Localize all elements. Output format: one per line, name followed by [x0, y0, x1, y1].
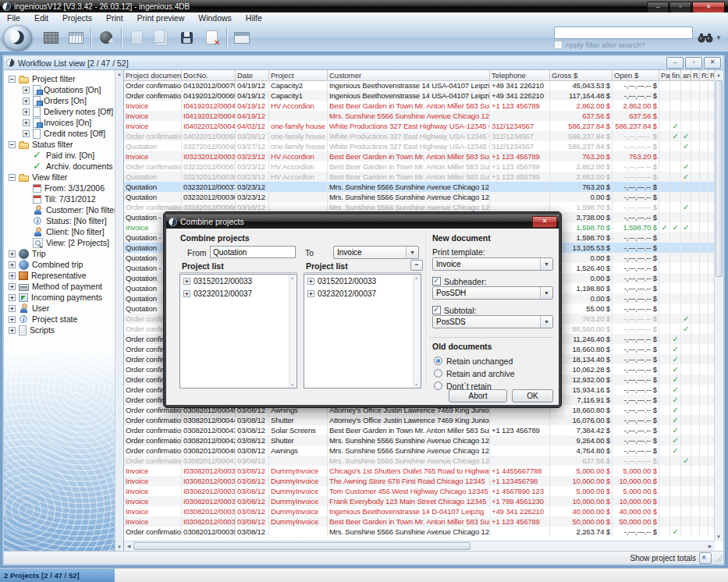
tree-item[interactable]: Method of payment [4, 281, 123, 292]
table-row[interactable]: Invoice I04022012/00040 04/02/12 one-fam… [124, 121, 715, 131]
project-list-item[interactable]: 03232012/00037 [180, 287, 297, 300]
table-row[interactable]: Quotation 03232012/00036 03/23/12 Mrs. S… [124, 192, 715, 202]
tree-expander-icon[interactable] [183, 278, 190, 285]
table-row[interactable]: Order confirmation 03232012/00067 03/23/… [124, 161, 715, 172]
subheader-checkbox[interactable] [432, 277, 441, 286]
table-row[interactable]: Invoice I03082012/00037 03/08/12 DummyIn… [124, 466, 715, 476]
window-view-button[interactable] [229, 26, 254, 49]
table-header-cell[interactable]: R2 [700, 70, 708, 80]
tree-expander-icon[interactable] [9, 294, 16, 301]
table-header-cell[interactable]: Pai [659, 70, 670, 80]
tree-item[interactable]: Status: [No filter] [4, 215, 123, 226]
scroll-left-icon[interactable]: ◀ [125, 542, 133, 550]
tree-expander-icon[interactable] [23, 98, 30, 105]
child-restore-button[interactable]: ▫ [685, 57, 702, 69]
subtotal-select[interactable]: PosSDS ▼ [432, 315, 553, 328]
dialog-close-button[interactable]: ✕ [532, 216, 557, 228]
horizontal-scroll-thumb[interactable] [133, 542, 471, 550]
scroll-right-icon[interactable]: ▶ [706, 542, 714, 550]
table-row[interactable]: Invoice I04192012/00041 04/19/12 Mrs. Su… [124, 111, 715, 121]
search-options-dropdown-icon[interactable]: ▼ [716, 34, 722, 41]
tree-item[interactable]: User [4, 303, 123, 314]
retain-unchanged-radio[interactable] [434, 357, 442, 365]
project-list-item[interactable]: 03152012/00033 [180, 275, 297, 287]
tree-item[interactable]: Representative [4, 270, 123, 281]
menu-item[interactable]: Windows [191, 12, 239, 23]
tree-item[interactable]: View: [2 Projects] [4, 237, 123, 248]
child-close-button[interactable]: ✕ [704, 57, 721, 69]
tree-expander-icon[interactable] [23, 119, 30, 126]
tree-expander-icon[interactable] [9, 305, 16, 312]
dont-retain-radio[interactable] [434, 381, 442, 390]
table-row[interactable]: Invoice I03082012/00032 03/08/12 DummyIn… [124, 516, 715, 527]
scroll-up-icon[interactable]: ▲ [115, 70, 123, 78]
to-select[interactable]: Invoice ▼ [333, 246, 419, 259]
table-header-cell[interactable]: arc [681, 70, 691, 80]
dialog-titlebar[interactable]: Combine projects ✕ [166, 215, 559, 229]
search-input[interactable] [554, 27, 693, 39]
table-row[interactable]: Invoice I03082012/00035 03/08/12 DummyIn… [124, 486, 715, 496]
tree-item[interactable]: Trip [4, 248, 123, 259]
list-grid-button[interactable] [38, 26, 63, 49]
binoculars-search-icon[interactable] [698, 33, 713, 43]
new-document-button[interactable] [124, 26, 149, 49]
tree-expander-icon[interactable] [9, 316, 16, 323]
print-template-select[interactable]: Invoice ▼ [432, 257, 553, 271]
subtotal-checkbox[interactable] [432, 306, 441, 314]
table-row[interactable]: Order confirmation 03082012/00042 03/08/… [124, 435, 715, 445]
scroll-down-icon[interactable]: ▼ [715, 533, 723, 541]
copy-document-button[interactable] [149, 26, 174, 49]
table-row[interactable]: Invoice I03082012/00033 03/08/12 DummyIn… [124, 506, 715, 516]
tree-expander-icon[interactable] [307, 290, 314, 297]
table-row[interactable]: Order confirmation 04192012/00069 04/19/… [124, 90, 715, 101]
table-row[interactable]: Order confirmation 04022012/00068 03/28/… [124, 131, 715, 141]
scroll-up-icon[interactable]: ▲ [715, 71, 723, 79]
table-row[interactable]: Order confirmation 03082012/00043 03/08/… [124, 425, 715, 435]
scroll-down-icon[interactable]: ▼ [115, 543, 123, 551]
tree-expander-icon[interactable] [9, 250, 16, 257]
ok-button[interactable]: OK [512, 389, 553, 403]
tree-item[interactable]: Credit notes [Off] [4, 128, 123, 139]
show-totals-button[interactable] [699, 552, 712, 564]
table-header-cell[interactable]: Telephone [490, 70, 550, 80]
table-header-cell[interactable]: Gross $ [550, 70, 613, 80]
table-row[interactable]: Order confirmation 03082012/00041 03/08/… [124, 456, 715, 466]
table-row[interactable]: Invoice I03232012/00039 03/23/12 HV Acco… [124, 151, 715, 161]
table-vertical-scrollbar[interactable]: ▲ ▼ [714, 70, 723, 541]
subheader-select[interactable]: PosSDH ▼ [432, 286, 553, 300]
project-list-item[interactable]: 03232012/00037 [304, 287, 421, 300]
table-row[interactable]: Order confirmation 03082012/00039 03/08/… [124, 527, 715, 537]
tree-expander-icon[interactable] [23, 87, 30, 94]
table-header-cell[interactable]: Customer [328, 70, 490, 80]
right-project-list[interactable]: 03152012/00033 03232012/00037 [304, 274, 421, 389]
tree-item[interactable]: Combined trip [4, 259, 123, 270]
menu-item[interactable]: Print [99, 12, 130, 23]
tree-expander-icon[interactable] [9, 76, 16, 83]
sync-button[interactable] [94, 26, 119, 49]
table-row[interactable]: Quotation 03272012/00040 03/27/12 one-fa… [124, 141, 715, 151]
table-row[interactable]: Quotation 03232012/00037 03/23/12 Mrs. S… [124, 182, 715, 192]
vertical-scroll-thumb[interactable] [716, 80, 723, 277]
tree-expander-icon[interactable] [9, 327, 16, 334]
retain-and-archive-radio[interactable] [434, 369, 442, 378]
table-row[interactable]: Invoice I03082012/00034 03/08/12 DummyIn… [124, 496, 715, 506]
tree-item[interactable]: Quotations [On] [4, 84, 123, 95]
tree-expander-icon[interactable] [9, 261, 16, 268]
tree-expander-icon[interactable] [9, 174, 16, 181]
abort-button[interactable]: Abort [449, 389, 507, 403]
table-row[interactable]: Order confirmation 03082012/00044 03/08/… [124, 415, 715, 425]
table-header-cell[interactable]: Open $ [613, 70, 659, 80]
menu-item[interactable]: Hilfe [239, 12, 269, 23]
table-horizontal-scrollbar[interactable]: ◀ ▶ [124, 541, 715, 551]
tree-item[interactable]: Project state [4, 314, 123, 325]
tree-item[interactable]: Archiv. documents [On] [4, 161, 123, 172]
table-header-cell[interactable]: R1 [691, 70, 700, 80]
tree-item[interactable]: View filter [4, 172, 123, 183]
tree-expander-icon[interactable] [307, 278, 314, 285]
tree-item[interactable]: Incoming payments [4, 292, 123, 303]
menu-item[interactable]: Edit [27, 12, 55, 23]
table-row[interactable]: Invoice I03082012/00036 03/08/12 DummyIn… [124, 476, 715, 486]
table-header-cell[interactable]: Project document [124, 70, 182, 80]
table-row[interactable]: Order confirmation 04192012/00070 04/19/… [124, 80, 715, 90]
child-window-titlebar[interactable]: Workflow List view [2 / 47 / 52] – ▫ ✕ [4, 56, 723, 70]
